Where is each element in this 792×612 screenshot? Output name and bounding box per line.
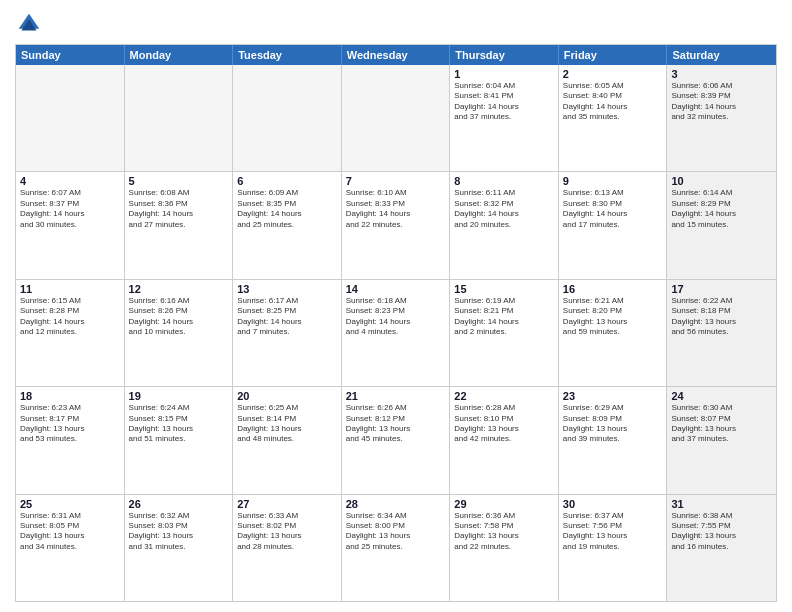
weekday-header: Friday bbox=[559, 45, 668, 65]
calendar-cell bbox=[233, 65, 342, 171]
calendar-cell: 2Sunrise: 6:05 AM Sunset: 8:40 PM Daylig… bbox=[559, 65, 668, 171]
calendar-row: 11Sunrise: 6:15 AM Sunset: 8:28 PM Dayli… bbox=[16, 279, 776, 386]
weekday-header: Saturday bbox=[667, 45, 776, 65]
day-number: 3 bbox=[671, 68, 772, 80]
calendar-cell: 11Sunrise: 6:15 AM Sunset: 8:28 PM Dayli… bbox=[16, 280, 125, 386]
day-info: Sunrise: 6:36 AM Sunset: 7:58 PM Dayligh… bbox=[454, 511, 554, 553]
calendar-row: 18Sunrise: 6:23 AM Sunset: 8:17 PM Dayli… bbox=[16, 386, 776, 493]
calendar-cell: 12Sunrise: 6:16 AM Sunset: 8:26 PM Dayli… bbox=[125, 280, 234, 386]
day-info: Sunrise: 6:25 AM Sunset: 8:14 PM Dayligh… bbox=[237, 403, 337, 445]
calendar-cell: 26Sunrise: 6:32 AM Sunset: 8:03 PM Dayli… bbox=[125, 495, 234, 601]
day-number: 10 bbox=[671, 175, 772, 187]
day-number: 21 bbox=[346, 390, 446, 402]
weekday-header: Monday bbox=[125, 45, 234, 65]
weekday-header: Wednesday bbox=[342, 45, 451, 65]
calendar-cell: 20Sunrise: 6:25 AM Sunset: 8:14 PM Dayli… bbox=[233, 387, 342, 493]
calendar-row: 1Sunrise: 6:04 AM Sunset: 8:41 PM Daylig… bbox=[16, 65, 776, 171]
day-number: 12 bbox=[129, 283, 229, 295]
day-number: 7 bbox=[346, 175, 446, 187]
day-info: Sunrise: 6:30 AM Sunset: 8:07 PM Dayligh… bbox=[671, 403, 772, 445]
day-info: Sunrise: 6:33 AM Sunset: 8:02 PM Dayligh… bbox=[237, 511, 337, 553]
calendar-cell: 14Sunrise: 6:18 AM Sunset: 8:23 PM Dayli… bbox=[342, 280, 451, 386]
calendar-cell: 27Sunrise: 6:33 AM Sunset: 8:02 PM Dayli… bbox=[233, 495, 342, 601]
day-number: 15 bbox=[454, 283, 554, 295]
day-info: Sunrise: 6:29 AM Sunset: 8:09 PM Dayligh… bbox=[563, 403, 663, 445]
day-info: Sunrise: 6:37 AM Sunset: 7:56 PM Dayligh… bbox=[563, 511, 663, 553]
calendar-cell: 3Sunrise: 6:06 AM Sunset: 8:39 PM Daylig… bbox=[667, 65, 776, 171]
calendar-cell: 13Sunrise: 6:17 AM Sunset: 8:25 PM Dayli… bbox=[233, 280, 342, 386]
day-number: 13 bbox=[237, 283, 337, 295]
day-info: Sunrise: 6:23 AM Sunset: 8:17 PM Dayligh… bbox=[20, 403, 120, 445]
day-number: 26 bbox=[129, 498, 229, 510]
day-info: Sunrise: 6:38 AM Sunset: 7:55 PM Dayligh… bbox=[671, 511, 772, 553]
calendar-body: 1Sunrise: 6:04 AM Sunset: 8:41 PM Daylig… bbox=[16, 65, 776, 601]
day-info: Sunrise: 6:13 AM Sunset: 8:30 PM Dayligh… bbox=[563, 188, 663, 230]
calendar-cell: 16Sunrise: 6:21 AM Sunset: 8:20 PM Dayli… bbox=[559, 280, 668, 386]
calendar-cell bbox=[16, 65, 125, 171]
calendar-cell bbox=[342, 65, 451, 171]
day-info: Sunrise: 6:14 AM Sunset: 8:29 PM Dayligh… bbox=[671, 188, 772, 230]
page: SundayMondayTuesdayWednesdayThursdayFrid… bbox=[0, 0, 792, 612]
calendar-row: 4Sunrise: 6:07 AM Sunset: 8:37 PM Daylig… bbox=[16, 171, 776, 278]
calendar-cell bbox=[125, 65, 234, 171]
day-number: 29 bbox=[454, 498, 554, 510]
day-number: 25 bbox=[20, 498, 120, 510]
day-info: Sunrise: 6:08 AM Sunset: 8:36 PM Dayligh… bbox=[129, 188, 229, 230]
logo bbox=[15, 10, 47, 38]
calendar-cell: 18Sunrise: 6:23 AM Sunset: 8:17 PM Dayli… bbox=[16, 387, 125, 493]
day-number: 20 bbox=[237, 390, 337, 402]
day-number: 11 bbox=[20, 283, 120, 295]
day-number: 5 bbox=[129, 175, 229, 187]
weekday-header: Thursday bbox=[450, 45, 559, 65]
day-number: 22 bbox=[454, 390, 554, 402]
day-info: Sunrise: 6:05 AM Sunset: 8:40 PM Dayligh… bbox=[563, 81, 663, 123]
day-number: 9 bbox=[563, 175, 663, 187]
day-info: Sunrise: 6:09 AM Sunset: 8:35 PM Dayligh… bbox=[237, 188, 337, 230]
day-number: 31 bbox=[671, 498, 772, 510]
calendar-cell: 17Sunrise: 6:22 AM Sunset: 8:18 PM Dayli… bbox=[667, 280, 776, 386]
day-number: 19 bbox=[129, 390, 229, 402]
day-info: Sunrise: 6:34 AM Sunset: 8:00 PM Dayligh… bbox=[346, 511, 446, 553]
calendar-cell: 19Sunrise: 6:24 AM Sunset: 8:15 PM Dayli… bbox=[125, 387, 234, 493]
day-number: 23 bbox=[563, 390, 663, 402]
weekday-header: Sunday bbox=[16, 45, 125, 65]
day-number: 14 bbox=[346, 283, 446, 295]
day-info: Sunrise: 6:21 AM Sunset: 8:20 PM Dayligh… bbox=[563, 296, 663, 338]
calendar-cell: 15Sunrise: 6:19 AM Sunset: 8:21 PM Dayli… bbox=[450, 280, 559, 386]
day-info: Sunrise: 6:06 AM Sunset: 8:39 PM Dayligh… bbox=[671, 81, 772, 123]
day-number: 6 bbox=[237, 175, 337, 187]
calendar-cell: 6Sunrise: 6:09 AM Sunset: 8:35 PM Daylig… bbox=[233, 172, 342, 278]
day-info: Sunrise: 6:15 AM Sunset: 8:28 PM Dayligh… bbox=[20, 296, 120, 338]
day-number: 4 bbox=[20, 175, 120, 187]
day-info: Sunrise: 6:24 AM Sunset: 8:15 PM Dayligh… bbox=[129, 403, 229, 445]
day-number: 16 bbox=[563, 283, 663, 295]
calendar-cell: 4Sunrise: 6:07 AM Sunset: 8:37 PM Daylig… bbox=[16, 172, 125, 278]
day-info: Sunrise: 6:32 AM Sunset: 8:03 PM Dayligh… bbox=[129, 511, 229, 553]
day-info: Sunrise: 6:04 AM Sunset: 8:41 PM Dayligh… bbox=[454, 81, 554, 123]
calendar-row: 25Sunrise: 6:31 AM Sunset: 8:05 PM Dayli… bbox=[16, 494, 776, 601]
day-info: Sunrise: 6:28 AM Sunset: 8:10 PM Dayligh… bbox=[454, 403, 554, 445]
day-info: Sunrise: 6:07 AM Sunset: 8:37 PM Dayligh… bbox=[20, 188, 120, 230]
calendar-cell: 30Sunrise: 6:37 AM Sunset: 7:56 PM Dayli… bbox=[559, 495, 668, 601]
day-number: 27 bbox=[237, 498, 337, 510]
day-info: Sunrise: 6:17 AM Sunset: 8:25 PM Dayligh… bbox=[237, 296, 337, 338]
calendar-cell: 1Sunrise: 6:04 AM Sunset: 8:41 PM Daylig… bbox=[450, 65, 559, 171]
calendar-cell: 9Sunrise: 6:13 AM Sunset: 8:30 PM Daylig… bbox=[559, 172, 668, 278]
day-info: Sunrise: 6:11 AM Sunset: 8:32 PM Dayligh… bbox=[454, 188, 554, 230]
day-number: 8 bbox=[454, 175, 554, 187]
day-number: 1 bbox=[454, 68, 554, 80]
day-info: Sunrise: 6:18 AM Sunset: 8:23 PM Dayligh… bbox=[346, 296, 446, 338]
calendar-cell: 29Sunrise: 6:36 AM Sunset: 7:58 PM Dayli… bbox=[450, 495, 559, 601]
day-number: 24 bbox=[671, 390, 772, 402]
calendar-cell: 7Sunrise: 6:10 AM Sunset: 8:33 PM Daylig… bbox=[342, 172, 451, 278]
day-number: 2 bbox=[563, 68, 663, 80]
day-number: 18 bbox=[20, 390, 120, 402]
calendar-cell: 22Sunrise: 6:28 AM Sunset: 8:10 PM Dayli… bbox=[450, 387, 559, 493]
calendar-cell: 5Sunrise: 6:08 AM Sunset: 8:36 PM Daylig… bbox=[125, 172, 234, 278]
logo-icon bbox=[15, 10, 43, 38]
day-info: Sunrise: 6:19 AM Sunset: 8:21 PM Dayligh… bbox=[454, 296, 554, 338]
calendar-cell: 25Sunrise: 6:31 AM Sunset: 8:05 PM Dayli… bbox=[16, 495, 125, 601]
calendar-cell: 10Sunrise: 6:14 AM Sunset: 8:29 PM Dayli… bbox=[667, 172, 776, 278]
calendar-cell: 24Sunrise: 6:30 AM Sunset: 8:07 PM Dayli… bbox=[667, 387, 776, 493]
day-number: 30 bbox=[563, 498, 663, 510]
